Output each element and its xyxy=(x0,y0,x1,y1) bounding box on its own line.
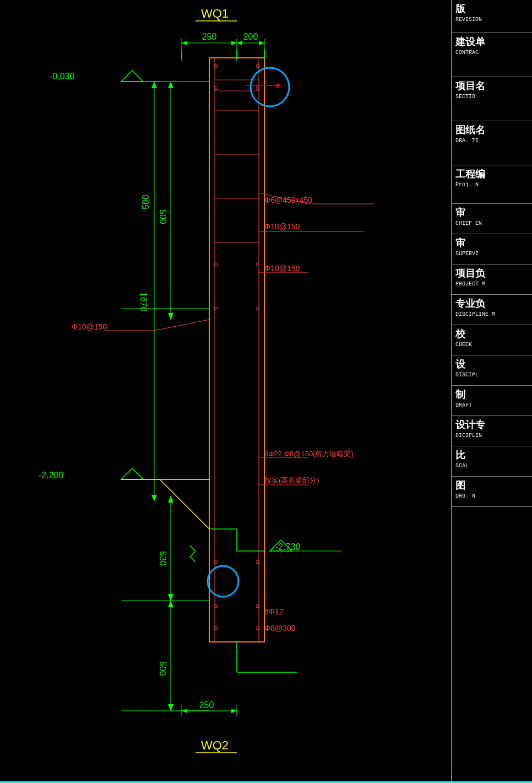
panel-row-draft: 制 DRAFT xyxy=(452,386,532,416)
panel-zh-chiefeng: 审 xyxy=(455,206,529,219)
svg-text:500: 500 xyxy=(158,661,167,676)
title-wq1: WQ1 xyxy=(201,7,229,20)
panel-row-drawing: 图纸名 DRA. TI xyxy=(452,121,532,165)
svg-rect-15 xyxy=(209,58,264,642)
panel-row-projectm: 项目负 PROJECT M xyxy=(452,264,532,295)
panel-row-supervi: 审 SUPERVI xyxy=(452,234,532,264)
panel-en-projectm: PROJECT M xyxy=(455,281,529,287)
svg-text:500: 500 xyxy=(141,195,150,209)
panel-row-projno: 工程编 Proj. N xyxy=(452,165,532,204)
panel-zh-supervi: 审 xyxy=(455,236,529,250)
panel-row-scale: 比 SCAL xyxy=(452,446,532,477)
svg-text:WQ2: WQ2 xyxy=(201,738,229,752)
panel-zh-projectm: 项目负 xyxy=(455,267,529,280)
svg-marker-64 xyxy=(168,704,173,711)
panel-row-check: 校 CHECK xyxy=(452,325,532,355)
panel-en-drg: DRG. N xyxy=(455,493,529,499)
panel-row-chiefeng: 审 CHIEF EN xyxy=(452,204,532,234)
panel-row-design: 设 DISCIPL xyxy=(452,355,532,386)
panel-zh-drg: 图 xyxy=(455,479,529,492)
svg-point-95 xyxy=(208,566,238,597)
right-panel: 版 REVISION 建设单 CONTRAC 项目名 SECTIO 图纸名 DR… xyxy=(452,0,532,783)
panel-en-section: SECTIO xyxy=(455,94,529,100)
panel-zh-scale: 比 xyxy=(455,449,529,462)
svg-text:530: 530 xyxy=(158,551,167,566)
drawing-area: WQ1 250 200 -0.030 xyxy=(0,0,452,783)
svg-line-46 xyxy=(154,320,209,331)
svg-text:-0.030: -0.030 xyxy=(50,72,74,81)
panel-row-contract: 建设单 CONTRAC xyxy=(452,33,532,77)
panel-en-projno: Proj. N xyxy=(455,182,529,188)
panel-en-revision: REVISION xyxy=(455,17,529,23)
panel-en-design: DISCIPL xyxy=(455,372,529,378)
panel-en-draft: DRAFT xyxy=(455,402,529,408)
svg-text:按实(高差梁部分): 按实(高差梁部分) xyxy=(264,476,319,484)
panel-zh-section: 项目名 xyxy=(455,79,529,93)
panel-en-drawing: DRA. TI xyxy=(455,138,529,144)
svg-marker-6 xyxy=(231,41,237,45)
panel-row-diciplin: 设计专 DICIPLIN xyxy=(452,416,532,446)
panel-zh-disciplinem: 专业负 xyxy=(455,297,529,310)
svg-marker-88 xyxy=(231,709,237,713)
panel-en-disciplinem: DISCIPLINE M xyxy=(455,311,529,317)
svg-marker-10 xyxy=(259,41,264,45)
svg-text:Φ10@150: Φ10@150 xyxy=(72,322,107,331)
panel-row-drg: 图 DRG. N xyxy=(452,477,532,507)
panel-row-section: 项目名 SECTIO xyxy=(452,77,532,121)
panel-row-revision: 版 REVISION xyxy=(452,0,532,33)
svg-text:Φ8@300: Φ8@300 xyxy=(264,624,296,633)
svg-text:250: 250 xyxy=(199,700,214,710)
svg-text:Φ10@150: Φ10@150 xyxy=(264,264,300,273)
panel-zh-revision: 版 xyxy=(455,2,529,15)
svg-text:500: 500 xyxy=(158,209,167,224)
panel-en-check: CHECK xyxy=(455,342,529,348)
svg-text:-2.200: -2.200 xyxy=(39,471,63,480)
panel-zh-drawing: 图纸名 xyxy=(455,123,529,137)
svg-marker-66 xyxy=(121,468,143,479)
svg-text:Φ10@150: Φ10@150 xyxy=(264,222,300,231)
panel-en-supervi: SUPERVI xyxy=(455,251,529,257)
panel-zh-diciplin: 设计专 xyxy=(455,418,529,431)
svg-text:Φ6@450x450: Φ6@450x450 xyxy=(264,196,312,204)
svg-marker-55 xyxy=(151,82,157,88)
panel-zh-projno: 工程编 xyxy=(455,168,529,181)
panel-zh-contract: 建设单 xyxy=(455,35,529,48)
svg-marker-97 xyxy=(276,83,281,88)
svg-line-73 xyxy=(160,479,209,529)
panel-en-diciplin: DICIPLIN xyxy=(455,433,529,439)
svg-text:6Φ22,Φ8@150(剪力墙暗梁): 6Φ22,Φ8@150(剪力墙暗梁) xyxy=(264,450,354,458)
panel-zh-check: 校 xyxy=(455,327,529,341)
panel-en-contract: CONTRAC xyxy=(455,50,529,56)
svg-marker-9 xyxy=(237,41,242,45)
panel-zh-design: 设 xyxy=(455,358,529,371)
svg-marker-60 xyxy=(168,594,173,601)
svg-text:8Φ12: 8Φ12 xyxy=(264,607,284,616)
svg-marker-5 xyxy=(182,41,187,45)
panel-en-chiefeng: CHIEF EN xyxy=(455,220,529,226)
panel-row-disciplinem: 专业负 DISCIPLINE M xyxy=(452,295,532,325)
svg-marker-51 xyxy=(168,313,173,320)
svg-text:-2.730: -2.730 xyxy=(275,542,300,552)
svg-marker-12 xyxy=(121,71,143,82)
svg-text:200: 200 xyxy=(243,32,258,41)
svg-marker-56 xyxy=(151,495,157,501)
svg-marker-50 xyxy=(168,82,173,88)
svg-text:250: 250 xyxy=(202,32,217,41)
svg-marker-59 xyxy=(168,496,173,503)
svg-marker-63 xyxy=(168,601,173,607)
panel-zh-draft: 制 xyxy=(455,388,529,401)
panel-en-scale: SCAL xyxy=(455,463,529,469)
